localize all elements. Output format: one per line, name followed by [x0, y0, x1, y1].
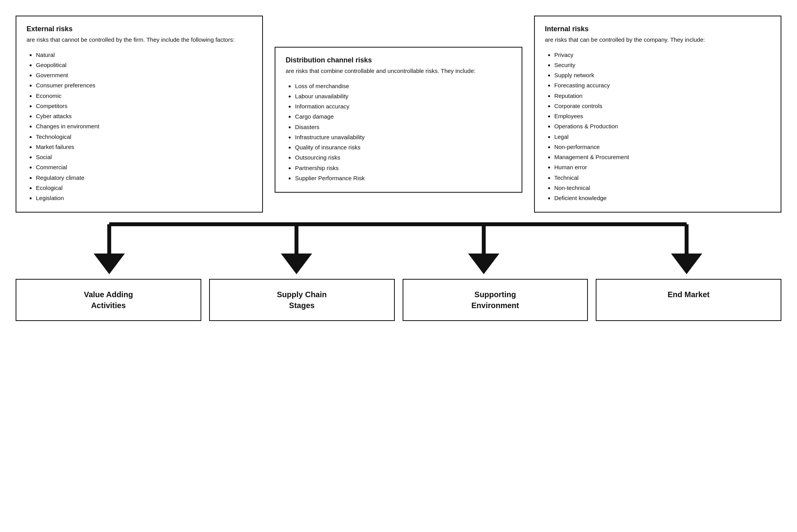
- list-item: Legislation: [36, 193, 252, 203]
- list-item: Economic: [36, 91, 252, 101]
- bottom-box-3: End Market: [596, 279, 781, 321]
- list-item: Cargo damage: [295, 112, 511, 122]
- list-item: Social: [36, 152, 252, 162]
- svg-marker-7: [468, 254, 499, 274]
- svg-marker-5: [94, 254, 125, 274]
- list-item: Reputation: [554, 91, 770, 101]
- external-risks-description: are risks that cannot be controlled by t…: [27, 35, 252, 44]
- list-item: Operations & Production: [554, 121, 770, 131]
- list-item: Technical: [554, 173, 770, 183]
- list-item: Supplier Performance Risk: [295, 173, 511, 183]
- list-item: Government: [36, 70, 252, 80]
- list-item: Privacy: [554, 50, 770, 60]
- bottom-section: Value Adding ActivitiesSupply Chain Stag…: [16, 279, 781, 321]
- list-item: Supply network: [554, 70, 770, 80]
- list-item: Regulatory climate: [36, 173, 252, 183]
- list-item: Cyber attacks: [36, 111, 252, 121]
- bottom-box-2: Supporting Environment: [403, 279, 588, 321]
- svg-marker-8: [671, 254, 702, 274]
- list-item: Corporate controls: [554, 101, 770, 111]
- internal-risks-description: are risks that can be controlled by the …: [545, 35, 770, 44]
- bottom-box-0: Value Adding Activities: [16, 279, 201, 321]
- list-item: Human error: [554, 162, 770, 172]
- external-risks-title: External risks: [27, 25, 252, 33]
- list-item: Quality of insurance risks: [295, 142, 511, 153]
- external-risks-list: NaturalGeopoliticalGovernmentConsumer pr…: [27, 50, 252, 204]
- list-item: Information accuracy: [295, 101, 511, 112]
- list-item: Loss of merchandise: [295, 81, 511, 91]
- list-item: Outsourcing risks: [295, 153, 511, 163]
- list-item: Management & Procurement: [554, 152, 770, 162]
- distribution-risks-box: Distribution channel risks are risks tha…: [275, 47, 522, 193]
- list-item: Consumer preferences: [36, 80, 252, 90]
- internal-risks-title: Internal risks: [545, 25, 770, 33]
- list-item: Partnership risks: [295, 163, 511, 173]
- list-item: Disasters: [295, 122, 511, 132]
- internal-risks-list: PrivacySecuritySupply networkForecasting…: [545, 50, 770, 204]
- bottom-box-1: Supply Chain Stages: [209, 279, 395, 321]
- connector-area: [16, 216, 781, 279]
- list-item: Market failures: [36, 142, 252, 152]
- top-section: External risks are risks that cannot be …: [16, 16, 781, 213]
- list-item: Non-performance: [554, 142, 770, 152]
- distribution-risks-title: Distribution channel risks: [286, 56, 511, 64]
- list-item: Infrastructure unavailability: [295, 132, 511, 142]
- svg-marker-6: [281, 254, 312, 274]
- internal-risks-box: Internal risks are risks that can be con…: [534, 16, 781, 213]
- list-item: Competitors: [36, 101, 252, 111]
- list-item: Natural: [36, 50, 252, 60]
- list-item: Changes in environment: [36, 121, 252, 131]
- external-risks-box: External risks are risks that cannot be …: [16, 16, 263, 213]
- list-item: Technological: [36, 132, 252, 142]
- list-item: Legal: [554, 132, 770, 142]
- list-item: Deficient knowledge: [554, 193, 770, 203]
- distribution-risks-list: Loss of merchandiseLabour unavailability…: [286, 81, 511, 184]
- list-item: Forecasting accuracy: [554, 80, 770, 90]
- distribution-risks-description: are risks that combine controllable and …: [286, 67, 511, 76]
- list-item: Geopolitical: [36, 60, 252, 70]
- list-item: Security: [554, 60, 770, 70]
- list-item: Commercial: [36, 162, 252, 172]
- connector-svg: [16, 216, 781, 279]
- list-item: Ecological: [36, 183, 252, 193]
- list-item: Non-technical: [554, 183, 770, 193]
- list-item: Labour unavailability: [295, 91, 511, 101]
- list-item: Employees: [554, 111, 770, 121]
